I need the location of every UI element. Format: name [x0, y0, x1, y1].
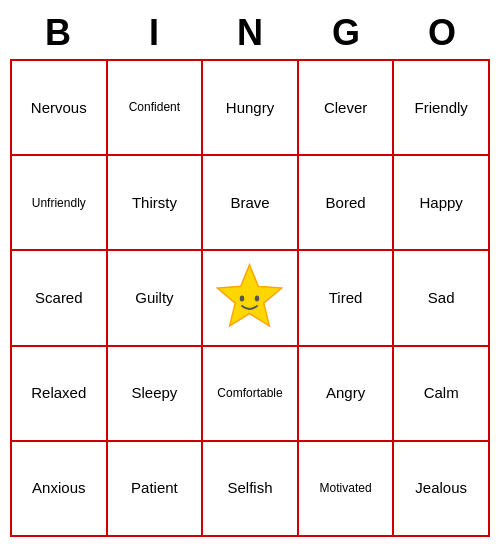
bingo-cell: Guilty: [108, 251, 204, 346]
bingo-cell: Brave: [203, 156, 299, 251]
bingo-cell: Tired: [299, 251, 395, 346]
bingo-cell: Jealous: [394, 442, 490, 537]
bingo-row: NervousConfidentHungryCleverFriendly: [12, 61, 490, 156]
bingo-cell: Happy: [394, 156, 490, 251]
star-icon: [212, 261, 287, 336]
header-letter: G: [298, 7, 394, 59]
svg-marker-0: [218, 264, 282, 325]
bingo-cell: Anxious: [12, 442, 108, 537]
bingo-cell: Nervous: [12, 61, 108, 156]
header-letter: I: [106, 7, 202, 59]
bingo-cell: Hungry: [203, 61, 299, 156]
bingo-cell: Patient: [108, 442, 204, 537]
bingo-header: BINGO: [10, 7, 490, 59]
bingo-cell: Selfish: [203, 442, 299, 537]
bingo-cell: Scared: [12, 251, 108, 346]
bingo-card: BINGO NervousConfidentHungryCleverFriend…: [10, 7, 490, 537]
bingo-grid: NervousConfidentHungryCleverFriendlyUnfr…: [10, 59, 490, 537]
bingo-cell: Motivated: [299, 442, 395, 537]
bingo-cell: Sleepy: [108, 347, 204, 442]
bingo-row: AnxiousPatientSelfishMotivatedJealous: [12, 442, 490, 537]
bingo-cell: Bored: [299, 156, 395, 251]
bingo-cell: [203, 251, 299, 346]
svg-point-1: [240, 295, 245, 301]
bingo-cell: Unfriendly: [12, 156, 108, 251]
bingo-cell: Sad: [394, 251, 490, 346]
bingo-cell: Clever: [299, 61, 395, 156]
header-letter: O: [394, 7, 490, 59]
header-letter: N: [202, 7, 298, 59]
bingo-row: ScaredGuiltyTiredSad: [12, 251, 490, 346]
bingo-cell: Thirsty: [108, 156, 204, 251]
bingo-cell: Calm: [394, 347, 490, 442]
bingo-cell: Comfortable: [203, 347, 299, 442]
bingo-row: UnfriendlyThirstyBraveBoredHappy: [12, 156, 490, 251]
bingo-cell: Angry: [299, 347, 395, 442]
bingo-cell: Confident: [108, 61, 204, 156]
bingo-cell: Friendly: [394, 61, 490, 156]
svg-point-2: [255, 295, 260, 301]
bingo-row: RelaxedSleepyComfortableAngryCalm: [12, 347, 490, 442]
header-letter: B: [10, 7, 106, 59]
bingo-cell: Relaxed: [12, 347, 108, 442]
